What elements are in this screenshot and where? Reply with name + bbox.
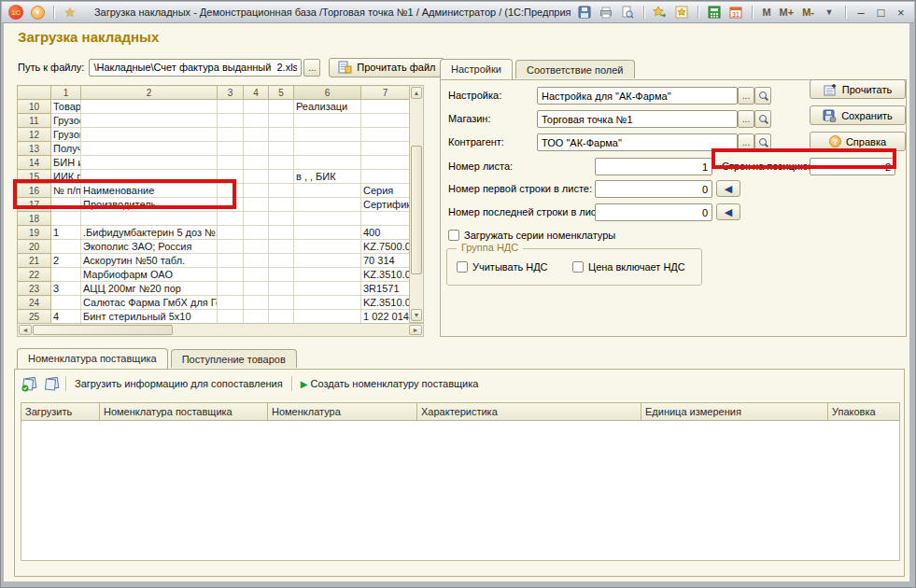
sheet-cell[interactable]: Сертификат	[361, 198, 410, 212]
sheet-cell[interactable]: Грузоо	[51, 114, 81, 128]
sheet-corner-cell[interactable]	[18, 86, 51, 100]
row-number-cell[interactable]: 13	[18, 142, 51, 156]
sheet-cell[interactable]	[294, 142, 361, 156]
column-header-characteristic[interactable]: Характеристика	[417, 402, 641, 421]
sheet-cell[interactable]	[244, 296, 269, 310]
horizontal-scroll-thumb[interactable]	[33, 325, 173, 335]
sheet-cell[interactable]: № п/п	[51, 184, 81, 198]
sheet-cell[interactable]	[244, 198, 269, 212]
toolbar-overflow-chevron-icon[interactable]: ▼	[821, 4, 838, 21]
sheet-col-header[interactable]: 1	[51, 86, 81, 100]
scroll-up-arrow[interactable]: ▲	[411, 87, 422, 99]
column-header-nomenclature[interactable]: Номенклатура	[268, 402, 417, 421]
sheet-cell[interactable]: Производитель	[81, 198, 218, 212]
sheet-col-header[interactable]: 3	[218, 86, 244, 100]
sheet-cell[interactable]: 400	[361, 226, 410, 240]
sheet-cell[interactable]	[294, 156, 361, 170]
sheet-cell[interactable]	[269, 226, 294, 240]
sheet-cell[interactable]	[51, 198, 81, 212]
sheet-number-input[interactable]	[595, 158, 712, 175]
sheet-cell[interactable]	[81, 212, 218, 226]
sheet-cell[interactable]	[269, 282, 294, 296]
minimize-button[interactable]: –	[853, 6, 868, 20]
sheet-cell[interactable]	[81, 128, 218, 142]
sheet-cell[interactable]	[269, 212, 294, 226]
sheet-cell[interactable]	[244, 156, 269, 170]
sheet-cell[interactable]	[51, 240, 81, 254]
row-number-cell[interactable]: 18	[18, 212, 51, 226]
sheet-cell[interactable]	[269, 170, 294, 184]
sheet-cell[interactable]	[361, 170, 410, 184]
sheet-cell[interactable]	[244, 212, 269, 226]
sheet-cell[interactable]	[218, 198, 244, 212]
sheet-cell[interactable]	[81, 142, 218, 156]
check-all-button[interactable]	[21, 376, 37, 392]
sheet-cell[interactable]: Аскорутин №50 табл.	[81, 254, 218, 268]
calculator-icon[interactable]	[706, 4, 723, 21]
sheet-cell[interactable]: 3R1571	[361, 282, 410, 296]
row-number-cell[interactable]: 24	[18, 296, 51, 310]
sheet-cell[interactable]: Грузоп	[51, 128, 81, 142]
sheet-col-header[interactable]: 4	[244, 86, 269, 100]
column-header-load[interactable]: Загрузить	[21, 402, 100, 421]
sheet-cell[interactable]	[244, 310, 269, 324]
sheet-cell[interactable]	[51, 212, 81, 226]
sheet-cell[interactable]	[218, 170, 244, 184]
sheet-cell[interactable]: Серия	[361, 184, 410, 198]
maximize-button[interactable]: □	[873, 6, 888, 20]
sheet-cell[interactable]	[269, 268, 294, 282]
sheet-cell[interactable]: Наименование	[81, 184, 218, 198]
sheet-cell[interactable]: в , , БИК	[294, 170, 361, 184]
sheet-cell[interactable]	[218, 268, 244, 282]
sheet-cell[interactable]	[269, 128, 294, 142]
sheet-cell[interactable]	[81, 170, 218, 184]
favorites-panel-icon[interactable]	[673, 4, 690, 21]
sheet-cell[interactable]	[218, 212, 244, 226]
sheet-cell[interactable]	[294, 128, 361, 142]
sheet-cell[interactable]	[269, 310, 294, 324]
sheet-cell[interactable]	[218, 100, 244, 114]
sheet-cell[interactable]	[81, 100, 218, 114]
tab-settings[interactable]: Настройки	[440, 59, 513, 79]
sheet-cell[interactable]	[294, 254, 361, 268]
sheet-cell[interactable]	[218, 240, 244, 254]
row-number-cell[interactable]: 20	[18, 240, 51, 254]
read-file-button[interactable]: Прочитать файл	[329, 58, 444, 77]
main-menu-button[interactable]: ▼	[29, 4, 46, 21]
sheet-cell[interactable]	[269, 254, 294, 268]
sheet-col-header[interactable]: 2	[81, 86, 218, 100]
sheet-cell[interactable]	[269, 114, 294, 128]
sheet-cell[interactable]: 70 314	[361, 254, 410, 268]
sheet-cell[interactable]: БИН и	[51, 156, 81, 170]
column-header-package[interactable]: Упаковка	[828, 402, 900, 421]
column-header-supplier-nomenclature[interactable]: Номенклатура поставщика	[100, 402, 268, 421]
sheet-cell[interactable]	[361, 156, 410, 170]
tab-supplier-nomenclature[interactable]: Номенклатура поставщика	[17, 348, 168, 369]
sheet-cell[interactable]	[294, 296, 361, 310]
rows-per-position-input[interactable]	[810, 158, 895, 175]
column-header-unit[interactable]: Единица измерения	[641, 402, 828, 421]
row-number-cell[interactable]: 19	[18, 226, 51, 240]
sheet-cell[interactable]	[269, 184, 294, 198]
file-path-input[interactable]	[89, 59, 302, 77]
row-number-cell[interactable]: 15	[18, 170, 51, 184]
store-browse-button[interactable]: ...	[738, 110, 754, 128]
scroll-down-arrow[interactable]: ▼	[411, 309, 422, 321]
sheet-cell[interactable]	[244, 268, 269, 282]
row-number-cell[interactable]: 12	[18, 128, 51, 142]
contractor-browse-button[interactable]: ...	[738, 133, 754, 151]
row-number-cell[interactable]: 22	[18, 268, 51, 282]
row-number-cell[interactable]: 21	[18, 254, 51, 268]
sheet-cell[interactable]	[244, 240, 269, 254]
sheet-cell[interactable]	[294, 114, 361, 128]
tab-field-mapping[interactable]: Соответствие полей	[515, 60, 635, 78]
sheet-cell[interactable]: Получ	[51, 142, 81, 156]
sheet-cell[interactable]	[244, 142, 269, 156]
sheet-cell[interactable]: Бинт стерильный 5x10	[81, 310, 218, 324]
load-info-button[interactable]: Загрузить информацию для сопоставления	[72, 376, 286, 391]
sheet-cell[interactable]: KZ.3510.02.0	[361, 296, 410, 310]
sheet-cell[interactable]	[294, 212, 361, 226]
help-button[interactable]: ? Справка	[810, 132, 906, 151]
last-row-pick-button[interactable]: ◀	[716, 203, 740, 220]
row-number-cell[interactable]: 23	[18, 282, 51, 296]
